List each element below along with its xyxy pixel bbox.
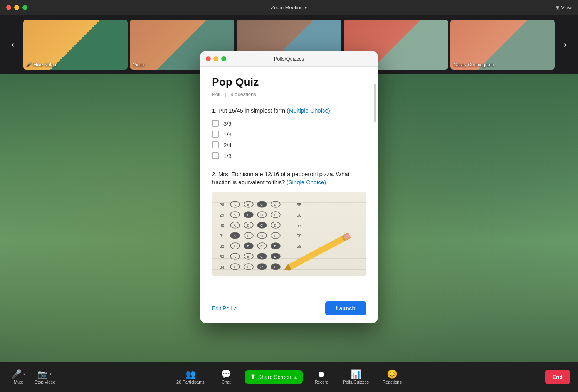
edit-poll-link[interactable]: Edit Poll ↗: [212, 305, 237, 311]
participant-name-2: Victor: [133, 62, 144, 67]
svg-text:32.: 32.: [220, 244, 225, 249]
participant-name-1: Mike Nolan: [33, 62, 56, 67]
share-caret-icon: ▲: [293, 375, 297, 379]
svg-text:A: A: [234, 265, 236, 269]
minimize-button[interactable]: [14, 5, 19, 10]
question-image: 28. 29. 30. 31. 32. 33. 34. A: [212, 192, 366, 276]
video-caret: ▲: [49, 372, 52, 376]
strip-nav-right[interactable]: ›: [560, 39, 571, 50]
strip-nav-left[interactable]: ‹: [7, 39, 18, 50]
svg-text:A: A: [234, 203, 236, 207]
modal-close-btn[interactable]: [206, 56, 211, 61]
view-label: View: [561, 5, 572, 10]
mute-button[interactable]: 🎤 ▲ Mute: [8, 368, 29, 387]
svg-text:A: A: [234, 234, 236, 238]
chat-label: Chat: [222, 380, 230, 384]
reactions-label: Reactions: [383, 380, 402, 384]
close-button[interactable]: [6, 5, 11, 10]
mute-label: Mute: [14, 380, 23, 384]
svg-text:B: B: [247, 265, 249, 269]
toolbar-left: 🎤 ▲ Mute 📷 ▲ Stop Video: [8, 368, 59, 387]
svg-text:D: D: [274, 255, 277, 259]
view-control[interactable]: ⊞ View: [555, 5, 572, 10]
microphone-icon: 🎤: [11, 370, 22, 379]
chat-icon: 💬: [221, 370, 231, 379]
window-title-text: Zoom Meeting: [271, 5, 303, 10]
svg-text:33.: 33.: [220, 254, 225, 259]
modal-titlebar: Polls/Quizzes: [200, 51, 378, 67]
share-screen-button[interactable]: ⬆ Share Screen ▲: [245, 370, 303, 384]
svg-text:56.: 56.: [297, 213, 302, 217]
choice-1-2[interactable]: 1/3: [212, 131, 366, 138]
share-screen-label: Share Screen: [258, 374, 291, 380]
svg-text:29.: 29.: [220, 213, 225, 217]
title-dropdown-icon[interactable]: ▾: [304, 5, 307, 10]
polls-icon: 📊: [351, 370, 361, 379]
svg-text:C: C: [260, 255, 263, 259]
checkbox-1-4[interactable]: [212, 152, 219, 159]
stop-video-button[interactable]: 📷 ▲ Stop Video: [32, 368, 59, 387]
choice-1-1[interactable]: 3/9: [212, 120, 366, 127]
participants-button[interactable]: 👥 20 Participants: [173, 368, 208, 387]
toolbar-right: End: [545, 370, 570, 384]
mute-caret: ▲: [22, 372, 26, 376]
checkbox-1-2[interactable]: [212, 131, 219, 138]
choice-1-3[interactable]: 2/4: [212, 141, 366, 148]
quiz-type: Poll: [212, 91, 220, 97]
svg-text:D: D: [274, 203, 277, 207]
record-icon: ⏺: [317, 370, 326, 379]
svg-text:C: C: [260, 244, 263, 248]
reactions-icon: 😊: [387, 370, 397, 379]
checkbox-1-1[interactable]: [212, 120, 219, 127]
launch-button[interactable]: Launch: [325, 301, 366, 315]
answer-sheet: 28. 29. 30. 31. 32. 33. 34. A: [212, 192, 366, 276]
participants-count: 20: [176, 380, 181, 384]
quiz-meta: Poll | 9 questions: [212, 91, 366, 97]
modal-minimize-btn[interactable]: [213, 56, 218, 61]
svg-text:C: C: [260, 224, 263, 227]
polls-quizzes-button[interactable]: 📊 Polls/Quizzes: [340, 368, 372, 387]
poll-modal[interactable]: Polls/Quizzes Pop Quiz Poll | 9 question…: [200, 51, 378, 323]
svg-text:C: C: [260, 234, 263, 238]
record-label: Record: [315, 380, 328, 384]
modal-zoom-btn[interactable]: [221, 56, 226, 61]
svg-text:B: B: [247, 244, 249, 248]
modal-scrollbar[interactable]: [374, 84, 376, 122]
participant-label-2: Victor: [133, 62, 144, 67]
question-text-1: 1. Put 15/45 in simplest form (Multiple …: [212, 106, 366, 114]
svg-text:C: C: [260, 265, 263, 269]
chat-button[interactable]: 💬 Chat: [215, 368, 237, 387]
participant-name-5: Casey Cunningham: [454, 62, 494, 67]
participant-thumb-5[interactable]: Casey Cunningham: [450, 20, 555, 70]
edit-poll-label: Edit Poll: [212, 305, 232, 311]
video-icon: 📷: [37, 370, 48, 379]
stop-video-label: Stop Video: [35, 380, 55, 384]
modal-title: Polls/Quizzes: [274, 56, 304, 62]
grid-icon: ⊞: [555, 5, 560, 10]
participant-label-5: Casey Cunningham: [454, 62, 494, 67]
svg-text:28.: 28.: [220, 202, 225, 207]
svg-text:D: D: [274, 234, 277, 238]
participants-label: Participants: [182, 380, 204, 384]
svg-text:D: D: [274, 265, 277, 269]
svg-text:C: C: [260, 213, 263, 217]
mic-off-icon-1: 🎤: [26, 62, 32, 67]
svg-text:D: D: [274, 213, 277, 217]
svg-rect-68: [289, 235, 346, 269]
checkbox-1-3[interactable]: [212, 141, 219, 148]
toolbar: 🎤 ▲ Mute 📷 ▲ Stop Video 👥 20 Partici: [0, 362, 578, 392]
participants-icon: 👥: [185, 370, 196, 379]
participant-thumb-1[interactable]: 🎤 Mike Nolan: [23, 20, 128, 70]
svg-text:B: B: [247, 234, 249, 238]
meeting-area: ‹ 🎤 Mike Nolan Victor Casey Cunningham: [0, 15, 578, 392]
svg-text:A: A: [234, 255, 236, 259]
svg-text:A: A: [234, 224, 236, 227]
maximize-button[interactable]: [22, 5, 27, 10]
svg-text:B: B: [247, 213, 249, 217]
reactions-button[interactable]: 😊 Reactions: [380, 368, 405, 387]
record-button[interactable]: ⏺ Record: [311, 368, 332, 387]
svg-text:A: A: [234, 244, 236, 248]
choice-1-4[interactable]: 1/3: [212, 152, 366, 159]
polls-quizzes-label: Polls/Quizzes: [343, 380, 369, 384]
end-button[interactable]: End: [545, 370, 570, 384]
